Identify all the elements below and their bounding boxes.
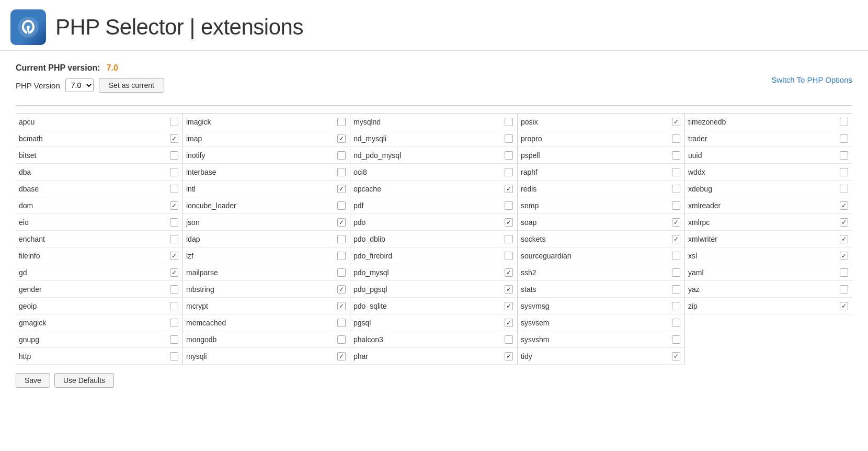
version-info-group: Current PHP version: 7.0 PHP Version 7.0… bbox=[16, 63, 164, 96]
extension-checkbox[interactable] bbox=[170, 235, 178, 243]
extension-name: json bbox=[186, 218, 200, 227]
extension-checkbox[interactable] bbox=[170, 268, 178, 277]
extension-checkbox[interactable] bbox=[337, 268, 346, 277]
extension-row: propro bbox=[518, 130, 684, 147]
extension-checkbox[interactable] bbox=[672, 252, 680, 260]
extension-checkbox[interactable] bbox=[840, 302, 848, 310]
extension-checkbox[interactable] bbox=[337, 118, 346, 126]
extension-checkbox[interactable] bbox=[170, 218, 178, 227]
extension-checkbox[interactable] bbox=[840, 252, 848, 260]
extension-checkbox[interactable] bbox=[840, 235, 848, 243]
extension-checkbox[interactable] bbox=[505, 335, 513, 344]
extension-checkbox[interactable] bbox=[840, 151, 848, 160]
extension-checkbox[interactable] bbox=[170, 285, 178, 294]
extension-checkbox[interactable] bbox=[337, 319, 346, 327]
extension-checkbox[interactable] bbox=[672, 352, 680, 360]
extension-row: tidy bbox=[518, 348, 684, 365]
extension-checkbox[interactable] bbox=[505, 218, 513, 227]
extension-checkbox[interactable] bbox=[672, 218, 680, 227]
extension-row: pdf bbox=[350, 197, 517, 214]
extension-checkbox[interactable] bbox=[672, 151, 680, 160]
extension-column-1: imagickimapinotifyinterbaseintlioncube_l… bbox=[183, 114, 350, 365]
extension-checkbox[interactable] bbox=[170, 151, 178, 160]
extension-checkbox[interactable] bbox=[505, 252, 513, 260]
extension-checkbox[interactable] bbox=[505, 302, 513, 310]
extension-checkbox[interactable] bbox=[505, 185, 513, 193]
extension-checkbox[interactable] bbox=[505, 235, 513, 243]
extension-checkbox[interactable] bbox=[337, 151, 346, 160]
extension-checkbox[interactable] bbox=[672, 335, 680, 344]
extension-checkbox[interactable] bbox=[505, 118, 513, 126]
extension-checkbox[interactable] bbox=[170, 134, 178, 143]
extension-row: dba bbox=[16, 164, 182, 181]
extension-checkbox[interactable] bbox=[170, 335, 178, 344]
extension-checkbox[interactable] bbox=[672, 319, 680, 327]
extension-checkbox[interactable] bbox=[672, 285, 680, 294]
extension-row: xdebug bbox=[685, 181, 852, 197]
extension-row: sockets bbox=[518, 231, 684, 247]
extension-name: intl bbox=[186, 185, 196, 193]
extension-checkbox[interactable] bbox=[840, 285, 848, 294]
extension-checkbox[interactable] bbox=[672, 134, 680, 143]
use-defaults-button[interactable]: Use Defaults bbox=[54, 373, 114, 388]
extension-checkbox[interactable] bbox=[505, 352, 513, 360]
extension-name: snmp bbox=[521, 201, 539, 210]
extension-checkbox[interactable] bbox=[505, 268, 513, 277]
extension-checkbox[interactable] bbox=[505, 151, 513, 160]
set-current-button[interactable]: Set as current bbox=[99, 78, 164, 93]
extension-checkbox[interactable] bbox=[840, 218, 848, 227]
extension-checkbox[interactable] bbox=[170, 168, 178, 176]
extension-checkbox[interactable] bbox=[505, 285, 513, 294]
extension-checkbox[interactable] bbox=[672, 118, 680, 126]
extension-checkbox[interactable] bbox=[337, 185, 346, 193]
extension-checkbox[interactable] bbox=[170, 252, 178, 260]
extension-name: uuid bbox=[688, 151, 702, 160]
extension-checkbox[interactable] bbox=[170, 201, 178, 210]
extension-row: oci8 bbox=[350, 164, 517, 181]
extension-checkbox[interactable] bbox=[672, 268, 680, 277]
extension-checkbox[interactable] bbox=[840, 201, 848, 210]
extension-row: nd_pdo_mysql bbox=[350, 147, 517, 164]
extension-checkbox[interactable] bbox=[672, 302, 680, 310]
extension-row: nd_mysqli bbox=[350, 130, 517, 147]
extension-checkbox[interactable] bbox=[170, 352, 178, 360]
extension-checkbox[interactable] bbox=[170, 118, 178, 126]
extension-row: xsl bbox=[685, 247, 852, 264]
extension-name: eio bbox=[19, 218, 29, 227]
extension-checkbox[interactable] bbox=[672, 235, 680, 243]
extension-checkbox[interactable] bbox=[337, 285, 346, 294]
extension-checkbox[interactable] bbox=[337, 335, 346, 344]
extension-checkbox[interactable] bbox=[672, 168, 680, 176]
extension-row: xmlrpc bbox=[685, 214, 852, 231]
extension-checkbox[interactable] bbox=[337, 252, 346, 260]
extension-checkbox[interactable] bbox=[170, 185, 178, 193]
extension-row: mcrypt bbox=[183, 298, 350, 314]
extension-checkbox[interactable] bbox=[672, 185, 680, 193]
extension-checkbox[interactable] bbox=[505, 201, 513, 210]
extension-checkbox[interactable] bbox=[505, 168, 513, 176]
extension-checkbox[interactable] bbox=[337, 218, 346, 227]
extension-checkbox[interactable] bbox=[840, 134, 848, 143]
extension-checkbox[interactable] bbox=[840, 268, 848, 277]
save-button[interactable]: Save bbox=[16, 373, 50, 388]
extension-checkbox[interactable] bbox=[337, 134, 346, 143]
extension-name: mailparse bbox=[186, 268, 218, 277]
extension-checkbox[interactable] bbox=[505, 319, 513, 327]
extension-checkbox[interactable] bbox=[337, 302, 346, 310]
extension-checkbox[interactable] bbox=[170, 319, 178, 327]
extension-checkbox[interactable] bbox=[337, 201, 346, 210]
extension-row: mailparse bbox=[183, 264, 350, 281]
extension-name: trader bbox=[688, 134, 707, 143]
extension-checkbox[interactable] bbox=[337, 235, 346, 243]
extension-checkbox[interactable] bbox=[840, 118, 848, 126]
php-version-select[interactable]: 7.0 5.4 5.5 5.6 7.1 7.2 bbox=[65, 78, 94, 92]
extension-checkbox[interactable] bbox=[840, 185, 848, 193]
extension-checkbox[interactable] bbox=[170, 302, 178, 310]
extension-checkbox[interactable] bbox=[840, 168, 848, 176]
extension-checkbox[interactable] bbox=[672, 201, 680, 210]
extension-row: bcmath bbox=[16, 130, 182, 147]
extension-checkbox[interactable] bbox=[337, 352, 346, 360]
extension-checkbox[interactable] bbox=[337, 168, 346, 176]
extension-checkbox[interactable] bbox=[505, 134, 513, 143]
switch-to-php-options-link[interactable]: Switch To PHP Options bbox=[771, 75, 852, 84]
